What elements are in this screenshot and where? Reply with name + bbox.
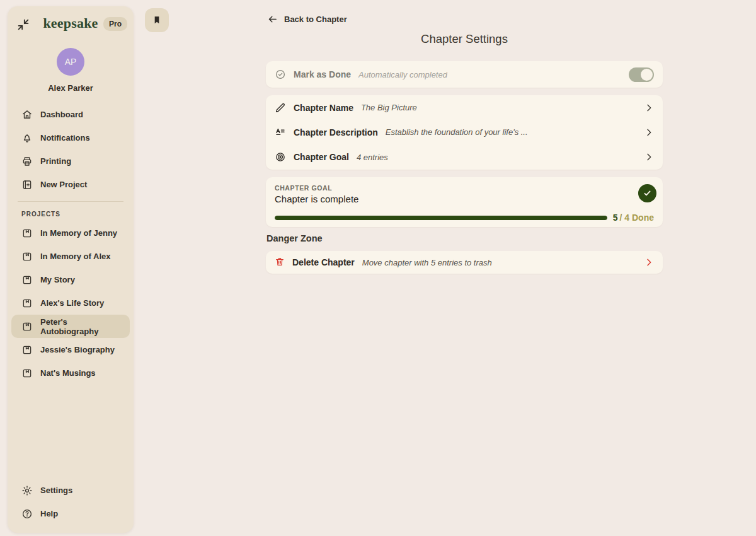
chapter-name-row[interactable]: Chapter Name The Big Picture (266, 95, 663, 120)
project-item-label: My Story (40, 275, 75, 284)
project-item[interactable]: In Memory of Jenny (11, 221, 130, 245)
goal-eyebrow: CHAPTER GOAL (275, 184, 654, 192)
project-item-label: Jessie's Biography (40, 345, 115, 354)
target-icon (275, 151, 286, 163)
chapter-name-label: Chapter Name (294, 103, 353, 113)
mark-as-done-label: Mark as Done (294, 69, 351, 79)
project-book-icon (21, 274, 33, 286)
text-format-icon (275, 127, 286, 138)
pro-badge: Pro (103, 17, 127, 31)
sidebar-item-printing[interactable]: Printing (11, 149, 130, 173)
project-item-selected[interactable]: Peter's Autobiography (11, 315, 130, 338)
chevron-right-icon (644, 152, 654, 162)
gear-icon (21, 485, 33, 496)
mark-as-done-hint: Automatically completed (358, 70, 447, 79)
sidebar-spacer (8, 385, 134, 479)
back-label: Back to Chapter (284, 15, 347, 24)
sidebar-item-settings[interactable]: Settings (11, 479, 130, 502)
sidebar-item-dashboard[interactable]: Dashboard (11, 103, 130, 126)
sidebar-item-label: New Project (40, 180, 87, 189)
project-item-label: In Memory of Jenny (40, 228, 117, 238)
chapter-goal-row[interactable]: Chapter Goal 4 entries (266, 145, 663, 170)
mark-as-done-card: Mark as Done Automatically completed (266, 61, 663, 88)
project-item[interactable]: Jessie's Biography (11, 338, 130, 361)
back-to-chapter-link[interactable]: Back to Chapter (267, 14, 347, 25)
bookmark-icon (152, 15, 162, 25)
delete-chapter-hint: Move chapter with 5 entries to trash (362, 258, 492, 267)
project-item-label: Alex's Life Story (40, 298, 104, 308)
projects-header: PROJECTS (8, 206, 134, 220)
project-item[interactable]: In Memory of Alex (11, 245, 130, 268)
chevron-right-icon (644, 257, 654, 267)
sidebar-item-new-project[interactable]: New Project (11, 173, 130, 196)
home-icon (21, 109, 33, 120)
project-item-label: Nat's Musings (40, 368, 96, 378)
project-item-label: Peter's Autobiography (40, 317, 120, 336)
sidebar-item-label: Notifications (40, 133, 90, 143)
goal-progress-fill (275, 216, 607, 220)
project-item[interactable]: Alex's Life Story (11, 291, 130, 315)
bell-icon (21, 132, 33, 144)
chapter-fields-card: Chapter Name The Big Picture Chapter Des… (266, 95, 663, 170)
chapter-description-value: Establish the foundation of your life's … (386, 127, 528, 137)
chapter-goal-card: CHAPTER GOAL Chapter is complete 5/ 4 Do… (266, 177, 663, 227)
bookmark-button[interactable] (145, 8, 169, 32)
sidebar-divider (18, 201, 123, 202)
delete-chapter-label: Delete Chapter (292, 257, 355, 267)
back-arrow-icon (267, 14, 278, 25)
goal-progress-count: 5/ 4 Done (613, 213, 654, 223)
help-icon (21, 508, 33, 520)
mark-as-done-toggle[interactable] (629, 67, 654, 82)
sidebar-header: keepsake Pro (8, 10, 134, 39)
chapter-name-value: The Big Picture (361, 103, 417, 112)
chapter-description-label: Chapter Description (294, 127, 378, 137)
main-content: Back to Chapter Chapter Settings Mark as… (266, 0, 663, 536)
chapter-goal-value: 4 entries (357, 153, 388, 162)
project-book-icon (21, 344, 33, 356)
project-book-icon (21, 251, 33, 262)
printer-icon (21, 156, 33, 167)
goal-count-current: 5 (613, 213, 618, 223)
trash-icon (275, 257, 285, 268)
project-book-icon (21, 298, 33, 309)
sidebar-footer: Settings Help (8, 479, 134, 533)
project-item[interactable]: Nat's Musings (11, 361, 130, 385)
user-name: Alex Parker (8, 83, 134, 93)
chevron-right-icon (644, 127, 654, 137)
goal-status-text: Chapter is complete (275, 194, 654, 204)
projects-list: In Memory of Jenny In Memory of Alex My … (8, 221, 134, 385)
page-title: Chapter Settings (266, 32, 663, 46)
delete-chapter-card: Delete Chapter Move chapter with 5 entri… (266, 251, 663, 274)
chevron-right-icon (644, 103, 654, 113)
goal-progress-bar (275, 216, 607, 220)
pencil-icon (275, 102, 286, 114)
goal-complete-check-icon (638, 184, 656, 202)
delete-chapter-row[interactable]: Delete Chapter Move chapter with 5 entri… (266, 251, 663, 274)
project-book-icon (21, 228, 33, 239)
sidebar-item-label: Dashboard (40, 110, 83, 119)
sidebar-item-help[interactable]: Help (11, 502, 130, 525)
sidebar-item-label: Settings (40, 486, 72, 495)
sidebar: keepsake Pro AP Alex Parker Dashboard No… (8, 6, 134, 533)
project-item[interactable]: My Story (11, 268, 130, 291)
sidebar-item-label: Printing (40, 156, 71, 166)
check-circle-icon (275, 69, 286, 80)
goal-count-suffix: / 4 Done (620, 213, 654, 223)
user-profile: AP Alex Parker (8, 48, 134, 93)
toggle-knob (641, 69, 653, 81)
project-book-icon (21, 321, 33, 332)
danger-zone-heading: Danger Zone (266, 233, 323, 243)
sidebar-item-notifications[interactable]: Notifications (11, 126, 130, 149)
chapter-goal-label: Chapter Goal (294, 152, 349, 162)
chapter-description-row[interactable]: Chapter Description Establish the founda… (266, 120, 663, 144)
project-item-label: In Memory of Alex (40, 252, 110, 261)
project-book-icon (21, 368, 33, 379)
avatar[interactable]: AP (57, 48, 84, 76)
sidebar-menu: Dashboard Notifications Printing (8, 103, 134, 196)
sidebar-item-label: Help (40, 509, 58, 518)
book-plus-icon (21, 179, 33, 190)
